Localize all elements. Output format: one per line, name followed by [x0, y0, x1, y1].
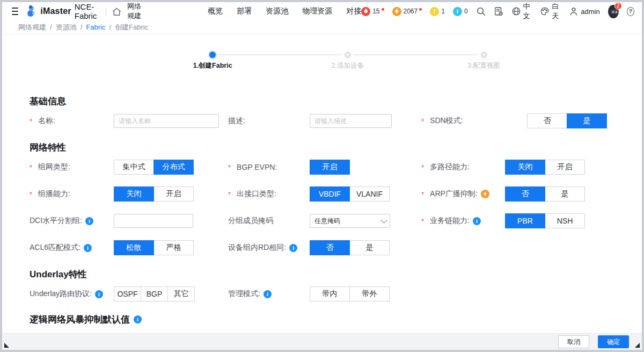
description-label: 描述:	[228, 116, 310, 126]
info-icon[interactable]	[85, 217, 93, 225]
section-title-network-features: 网络特性	[2, 141, 642, 154]
stepper-line	[218, 54, 342, 55]
service-chain-toggle: PBR NSH	[505, 213, 585, 228]
info-icon[interactable]	[289, 244, 297, 252]
nav-item-physical-resources[interactable]: 物理资源	[302, 6, 332, 16]
acl6-match-mode-toggle: 松散 严格	[114, 240, 194, 255]
alarm-info-count: 0	[464, 8, 468, 15]
dci-split-horizon-input[interactable]	[114, 214, 193, 228]
protocol-option-other[interactable]: 其它	[167, 286, 195, 301]
arp-suppression-toggle: 否 是	[505, 186, 585, 202]
arp-option-no[interactable]: 否	[505, 186, 545, 202]
service-chain-label: 业务链能力:	[421, 216, 505, 226]
topology-type-toggle: 集中式 分布式	[114, 160, 194, 175]
underlay-protocol-toggle: OSPF BGP 其它	[114, 286, 195, 301]
breadcrumb-separator: /	[109, 23, 111, 31]
name-input[interactable]	[114, 114, 219, 128]
ok-button[interactable]: 确定	[598, 335, 629, 348]
footer-bar: 取消 确定	[2, 333, 642, 350]
globe-icon	[511, 6, 521, 16]
section-title-basic-info: 基础信息	[2, 95, 642, 107]
description-input[interactable]	[310, 114, 392, 128]
nav-item-overview[interactable]: 概览	[208, 6, 223, 16]
bgp-evpn-toggle: 开启	[310, 160, 350, 175]
breadcrumb-item-fabric[interactable]: Fabric	[86, 23, 105, 31]
same-rd-label: 设备组内RD相同:	[228, 243, 310, 253]
nav-item-deploy[interactable]: 部署	[237, 6, 252, 16]
outif-option-vbdif[interactable]: VBDIF	[310, 186, 350, 202]
step-label-config-view: 3.配置视图	[467, 61, 500, 70]
info-icon[interactable]	[95, 290, 103, 298]
app-window: iMaster NCE-Fabric 网络规建 概览 部署 资源池 物理资源 对…	[0, 0, 644, 352]
nav-item-resource-pool[interactable]: 资源池	[266, 6, 288, 16]
info-icon[interactable]	[473, 217, 481, 225]
breadcrumb-separator: /	[50, 23, 52, 31]
lightning-icon	[392, 7, 401, 16]
nav-item-interconnect[interactable]: 对接	[346, 6, 361, 16]
breadcrumb: 网络规建 / 资源池 / Fabric / 创建Fabric	[2, 20, 642, 34]
help-icon[interactable]	[627, 7, 634, 16]
mgmt-option-outband[interactable]: 带外	[349, 286, 390, 301]
group-member-mask-select[interactable]: 任意掩码	[310, 214, 390, 228]
mgmt-mode-label: 管理模式:	[228, 289, 310, 299]
topology-option-distributed[interactable]: 分布式	[153, 160, 194, 175]
sdn-mode-option-yes[interactable]: 是	[567, 113, 607, 128]
topology-option-centralized[interactable]: 集中式	[114, 160, 154, 175]
cancel-button[interactable]: 取消	[558, 335, 589, 348]
user-menu[interactable]: admin	[569, 6, 599, 16]
sdn-mode-toggle: 否 是	[527, 113, 607, 128]
sdn-mode-label: SDN模式:	[421, 116, 505, 126]
name-label: 名称:	[30, 116, 114, 126]
alarm-minor[interactable]: 1	[430, 7, 445, 16]
form-row-underlay: Underlay路由协议: OSPF BGP 其它 管理模式: 带内 带外	[2, 281, 642, 307]
rd-option-no[interactable]: 否	[310, 240, 350, 255]
multicast-option-off[interactable]: 关闭	[114, 186, 154, 202]
lightning-badge-icon[interactable]	[481, 190, 489, 198]
rd-option-yes[interactable]: 是	[349, 240, 390, 255]
acl6-match-mode-label: ACL6匹配模式:	[30, 243, 114, 253]
workspace-label[interactable]: 网络规建	[127, 2, 144, 21]
outif-option-vlanif[interactable]: VLANIF	[349, 186, 390, 202]
acl6-option-loose[interactable]: 松散	[114, 240, 154, 255]
sdn-mode-option-no[interactable]: 否	[527, 113, 567, 128]
multipath-option-on[interactable]: 开启	[545, 160, 585, 175]
multipath-option-off[interactable]: 关闭	[505, 160, 545, 175]
step-dot-2	[345, 52, 351, 58]
brand-suite: NCE-Fabric	[75, 2, 101, 20]
multicast-option-on[interactable]: 开启	[153, 186, 194, 202]
chain-option-pbr[interactable]: PBR	[505, 213, 545, 228]
theme-switch[interactable]: 白天	[540, 2, 561, 21]
home-icon[interactable]	[112, 6, 122, 17]
chain-option-nsh[interactable]: NSH	[545, 213, 585, 228]
alarm-critical[interactable]: 15	[361, 7, 384, 16]
alarm-info[interactable]: 0	[453, 7, 468, 16]
bgp-evpn-option-enable[interactable]: 开启	[310, 160, 350, 175]
info-icon[interactable]	[134, 315, 142, 324]
acl6-option-strict[interactable]: 严格	[153, 240, 194, 255]
alarm-critical-count: 15	[372, 8, 379, 15]
selected-mask-value: 任意掩码	[314, 217, 340, 226]
info-alarm-icon	[453, 7, 462, 16]
breadcrumb-item[interactable]: 资源池	[56, 23, 77, 32]
protocol-option-ospf[interactable]: OSPF	[114, 286, 141, 301]
info-icon[interactable]	[84, 244, 92, 252]
mgmt-option-inband[interactable]: 带内	[310, 286, 350, 301]
protocol-option-bgp[interactable]: BGP	[141, 286, 168, 301]
breadcrumb-item[interactable]: 网络规建	[18, 23, 46, 32]
task-log-icon[interactable]	[494, 6, 503, 16]
search-icon[interactable]	[476, 6, 486, 16]
group-member-mask-label: 分组成员掩码	[228, 216, 310, 226]
menu-icon[interactable]	[12, 8, 18, 15]
language-switch[interactable]: 中文	[511, 2, 532, 21]
section-title-underlay: Underlay特性	[2, 268, 642, 281]
form-row-network-3: DCI水平分割组: 分组成员掩码 任意掩码 业务链能力: PBR NSH	[2, 207, 642, 234]
arp-option-yes[interactable]: 是	[545, 186, 585, 202]
alarm-major[interactable]: 2067	[392, 7, 422, 16]
avatar[interactable]: 2	[608, 5, 619, 18]
info-icon[interactable]	[264, 290, 272, 298]
notification-badge: 2	[614, 2, 622, 10]
form-row-network-2: 组播能力: 关闭 开启 出接口类型: VBDIF VLANIF ARP广播抑制:	[2, 181, 642, 207]
form-row-basic: 名称: 描述: SDN模式: 否 是	[2, 107, 642, 134]
step-dot-3	[481, 52, 487, 58]
imaster-logo-icon	[27, 5, 35, 17]
